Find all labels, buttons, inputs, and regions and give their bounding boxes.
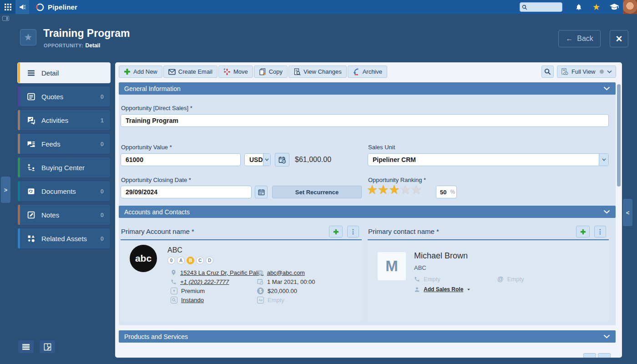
clipped-button[interactable] <box>598 353 611 358</box>
rating-option[interactable]: A <box>177 257 185 264</box>
view-changes-button[interactable]: View Changes <box>288 66 347 78</box>
kebab-icon: ⋮ <box>350 228 356 235</box>
expand-left-panel-tab[interactable]: > <box>1 177 10 203</box>
closing-date-input[interactable] <box>121 186 252 198</box>
rating-option[interactable]: D <box>206 257 213 264</box>
favorites-button[interactable]: ★ <box>587 0 605 14</box>
close-icon: ✕ <box>616 34 623 44</box>
set-recurrence-button[interactable]: Set Recurrence <box>272 186 362 198</box>
rating-option[interactable]: C <box>196 257 204 264</box>
panel-search-button[interactable] <box>541 66 554 78</box>
tab-count: 0 <box>101 212 104 218</box>
person-icon <box>414 287 420 293</box>
favorite-record-button[interactable]: ★ <box>20 29 36 46</box>
section-header-general-information[interactable]: General Information <box>119 82 616 95</box>
search-icon <box>522 5 527 10</box>
learning-button[interactable] <box>605 0 623 14</box>
app-grid-button[interactable] <box>0 0 15 14</box>
location-pin-icon <box>171 269 177 276</box>
menu-button[interactable] <box>18 340 34 353</box>
sales-unit-value: Pipeliner CRM <box>368 156 416 163</box>
back-button[interactable]: ← Back <box>558 30 601 47</box>
back-label: Back <box>577 35 593 43</box>
plus-icon <box>580 229 586 235</box>
contact-name: Michael Brown <box>414 251 468 261</box>
user-avatar[interactable] <box>623 0 637 14</box>
ranking-percent-input[interactable]: 50 % <box>436 186 457 198</box>
announcements-button[interactable] <box>15 0 29 14</box>
entity-label: OPPORTUNITY: <box>44 43 83 48</box>
sales-unit-select[interactable]: Pipeliner CRM <box>368 153 609 166</box>
megaphone-icon <box>19 3 26 11</box>
archive-button[interactable]: Archive <box>348 66 387 78</box>
quotes-document-icon <box>26 92 35 101</box>
add-contact-button[interactable] <box>576 226 590 238</box>
account-card[interactable]: abc ABC 0 A B C D 15243 La Cruz Dr, Paci… <box>121 239 362 321</box>
sidebar-item-detail[interactable]: Detail <box>17 62 111 83</box>
section-header-products-services[interactable]: Products and Services <box>119 330 616 343</box>
contact-phone-value: Empty <box>424 276 440 283</box>
chevron-down-icon <box>263 154 270 166</box>
sidebar-item-quotes[interactable]: Quotes 0 <box>17 86 111 107</box>
star-icon[interactable]: ★ <box>378 184 389 196</box>
contact-card[interactable]: M Michael Brown ABC Empty @ Empty Add Sa… <box>368 239 609 321</box>
sidebar-item-related-assets[interactable]: Related Assets 0 <box>17 228 111 249</box>
sidebar-item-documents[interactable]: Documents 0 <box>17 181 111 202</box>
clipped-button[interactable] <box>583 353 596 358</box>
full-view-dropdown[interactable]: Full View <box>557 66 616 78</box>
tab-count: 0 <box>101 93 104 100</box>
collapse-right-panel-tab[interactable]: < <box>623 199 632 226</box>
date-picker-button[interactable] <box>255 186 268 198</box>
opportunity-name-label: Opportunity [Direct Sales] * <box>121 105 192 111</box>
move-button[interactable]: Move <box>218 66 253 78</box>
section-header-accounts-contacts[interactable]: Accounts and Contacts <box>119 206 616 218</box>
full-view-label: Full View <box>571 68 596 75</box>
add-sales-role-link[interactable]: Add Sales Role <box>424 286 463 293</box>
contact-options-button[interactable]: ⋮ <box>594 226 606 238</box>
rating-option[interactable]: 0 <box>167 257 175 264</box>
page-title: Training Program <box>43 27 130 40</box>
note-pencil-icon <box>26 211 35 219</box>
star-icon[interactable]: ★ <box>367 184 378 196</box>
edit-layout-button[interactable] <box>40 340 55 353</box>
account-email-link[interactable]: abc@abc.com <box>267 269 305 276</box>
graduation-cap-icon <box>610 4 619 10</box>
opportunity-name-input[interactable] <box>121 114 609 127</box>
bell-icon <box>575 3 582 11</box>
create-email-button[interactable]: Create Email <box>163 66 217 78</box>
phone-icon <box>171 279 177 285</box>
tab-accent <box>18 157 20 177</box>
opportunity-value-input[interactable] <box>121 153 241 166</box>
detail-panel: Add New Create Email Move Copy View Chan… <box>115 62 622 358</box>
star-icon[interactable]: ★ <box>411 184 422 196</box>
pipeliner-logo: Pipeliner <box>35 3 77 12</box>
vertical-scrollbar[interactable] <box>617 84 621 187</box>
sidebar-item-activities[interactable]: Activities 1 <box>17 110 111 131</box>
account-options-button[interactable]: ⋮ <box>347 226 359 238</box>
copy-pages-icon <box>259 68 266 76</box>
tab-label: Notes <box>41 211 59 219</box>
account-lookup-link[interactable]: Instando <box>181 297 204 303</box>
notifications-button[interactable] <box>570 0 587 14</box>
tab-count: 0 <box>101 188 104 195</box>
sidebar-item-notes[interactable]: Notes 0 <box>17 204 111 225</box>
account-phone-link[interactable]: +1 (202) 222-7777 <box>180 278 229 285</box>
rating-option[interactable]: B <box>187 257 194 264</box>
currency-select[interactable]: USD <box>244 153 271 166</box>
value-schedule-button[interactable] <box>275 153 289 167</box>
account-logo: abc <box>130 245 157 272</box>
add-new-button[interactable]: Add New <box>119 66 162 78</box>
closing-date-label: Opportunity Closing Date * <box>121 177 191 183</box>
account-address-link[interactable]: 15243 La Cruz Dr, Pacific Pali... <box>180 269 264 276</box>
star-icon[interactable]: ★ <box>400 184 411 196</box>
dropdown-field-icon: ▾ <box>171 288 177 294</box>
star-icon[interactable]: ★ <box>389 184 399 196</box>
sidebar-item-buying-center[interactable]: Buying Center <box>17 157 111 178</box>
add-account-button[interactable] <box>329 226 343 238</box>
close-button[interactable]: ✕ <box>610 30 628 47</box>
breadcrumb: OPPORTUNITY: Detail <box>44 41 100 49</box>
contact-avatar: M <box>378 252 406 280</box>
global-search-input[interactable] <box>527 4 559 10</box>
copy-button[interactable]: Copy <box>254 66 288 78</box>
sidebar-item-feeds[interactable]: Feeds 0 <box>17 133 111 154</box>
